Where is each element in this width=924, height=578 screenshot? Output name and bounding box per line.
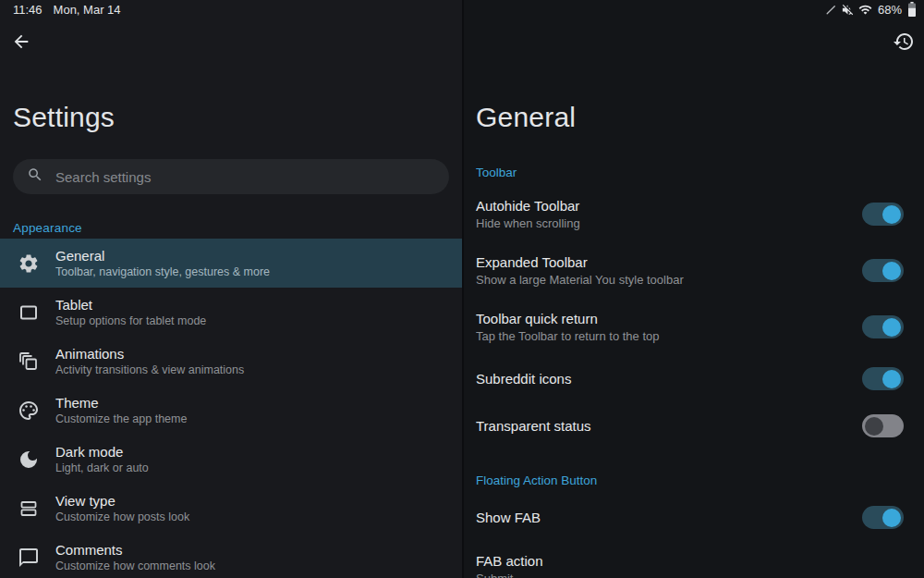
settings-nav-list: General Toolbar, navigation style, gestu… <box>0 239 462 578</box>
back-button[interactable] <box>11 31 31 52</box>
gear-icon <box>18 252 40 275</box>
sidebar-item-general[interactable]: General Toolbar, navigation style, gestu… <box>0 239 462 288</box>
toggle-thumb <box>882 205 901 224</box>
detail-pane: General Toolbar Autohide Toolbar Hide wh… <box>462 0 924 578</box>
toggle-thumb <box>865 417 883 436</box>
palette-icon <box>18 400 40 422</box>
history-icon <box>893 42 915 55</box>
back-arrow-icon <box>11 41 31 55</box>
status-bar-right: 68% <box>825 2 917 17</box>
settings-title: Settings <box>13 102 115 133</box>
sidebar-item-dark-mode[interactable]: Dark mode Light, dark or auto <box>0 435 462 484</box>
toggle-toolbar-quick-return[interactable] <box>862 315 904 338</box>
settings-list-pane: Settings Appearance General Toolbar, nav… <box>0 0 462 578</box>
toggle-transparent-status[interactable] <box>862 414 904 437</box>
search-icon <box>27 166 43 187</box>
toggle-thumb <box>882 370 901 388</box>
toggle-subreddit-icons[interactable] <box>862 367 904 390</box>
sidebar-item-view-type[interactable]: View type Customize how posts look <box>0 484 462 533</box>
volume-muted-icon <box>841 3 855 17</box>
sidebar-item-tablet[interactable]: Tablet Setup options for tablet mode <box>0 288 462 337</box>
pref-row-expanded-toolbar[interactable]: Expanded Toolbar Show a large Material Y… <box>476 254 904 287</box>
section-header-toolbar: Toolbar <box>476 166 904 179</box>
pref-row-fab-action[interactable]: FAB action Submit <box>476 553 904 578</box>
moon-icon <box>18 449 40 471</box>
toggle-expanded-toolbar[interactable] <box>862 259 904 282</box>
tablet-icon <box>18 301 40 324</box>
battery-percent: 68% <box>878 3 902 17</box>
search-bar[interactable] <box>13 159 449 194</box>
battery-icon <box>907 2 917 17</box>
detail-title: General <box>476 102 576 133</box>
status-time: 11:46 <box>13 3 43 17</box>
rows-icon <box>18 498 40 520</box>
app-root: 11:46 Mon, Mar 14 68% Settings <box>0 0 924 578</box>
pref-row-show-fab[interactable]: Show FAB <box>476 506 904 529</box>
history-button[interactable] <box>893 31 915 53</box>
wifi-icon <box>858 3 872 17</box>
toggle-thumb <box>882 318 901 337</box>
status-date: Mon, Mar 14 <box>54 3 121 17</box>
sidebar-item-theme[interactable]: Theme Customize the app theme <box>0 386 462 435</box>
sidebar-item-comments[interactable]: Comments Customize how comments look <box>0 533 462 578</box>
status-bar-left: 11:46 Mon, Mar 14 <box>13 3 121 17</box>
toggle-autohide-toolbar[interactable] <box>862 203 904 226</box>
pref-row-autohide-toolbar[interactable]: Autohide Toolbar Hide when scrolling <box>476 198 904 230</box>
comment-icon <box>18 547 40 569</box>
stylus-icon <box>825 4 837 16</box>
section-header-appearance: Appearance <box>13 221 82 235</box>
toggle-thumb <box>882 509 901 527</box>
section-header-floating-action-button: Floating Action Button <box>476 474 904 487</box>
detail-content: Toolbar Autohide Toolbar Hide when scrol… <box>476 166 904 578</box>
sidebar-item-animations[interactable]: Animations Activity transitions & view a… <box>0 337 462 386</box>
animations-icon <box>18 350 40 373</box>
search-input[interactable] <box>55 169 434 185</box>
pref-row-transparent-status[interactable]: Transparent status <box>476 414 904 437</box>
pref-row-toolbar-quick-return[interactable]: Toolbar quick return Tap the Toolbar to … <box>476 311 904 343</box>
toggle-show-fab[interactable] <box>862 506 904 529</box>
toggle-thumb <box>882 262 901 280</box>
status-bar: 11:46 Mon, Mar 14 68% <box>0 0 924 18</box>
pref-row-subreddit-icons[interactable]: Subreddit icons <box>476 367 904 390</box>
